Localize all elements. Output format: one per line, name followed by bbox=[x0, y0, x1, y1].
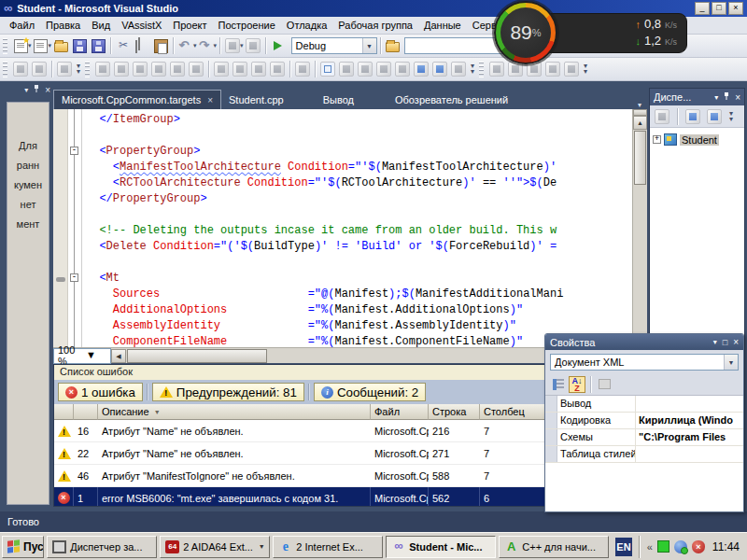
toolbar-grip[interactable] bbox=[85, 62, 90, 77]
toolbar-grip[interactable] bbox=[3, 38, 7, 54]
toolbar-overflow-button[interactable]: ▾▾ bbox=[77, 63, 79, 75]
categorized-button[interactable] bbox=[550, 376, 567, 393]
toolbar-button[interactable] bbox=[432, 62, 447, 77]
scroll-up-icon[interactable]: ▲ bbox=[633, 116, 647, 130]
toolbar-button[interactable] bbox=[95, 62, 110, 77]
copy-button[interactable] bbox=[134, 38, 150, 54]
chevron-down-icon[interactable]: ▼ bbox=[82, 349, 110, 363]
properties-button[interactable] bbox=[655, 109, 669, 124]
menu-VAssistX[interactable]: VAssistX bbox=[116, 18, 167, 33]
pin-icon[interactable] bbox=[33, 84, 40, 95]
toolbar-button[interactable] bbox=[170, 62, 185, 77]
close-button[interactable]: × bbox=[728, 2, 743, 15]
property-pages-button[interactable] bbox=[596, 376, 613, 393]
chevron-down-icon[interactable]: ▾ bbox=[28, 42, 32, 49]
tray-expand-icon[interactable]: « bbox=[647, 541, 653, 553]
properties-title-bar[interactable]: Свойства ▾ □ × bbox=[545, 334, 743, 350]
panel-menu-chevron-icon[interactable]: ▾ bbox=[24, 86, 28, 94]
start-button[interactable]: Пуск bbox=[2, 536, 44, 558]
tray-firewall-icon[interactable] bbox=[674, 540, 687, 553]
open-file-button[interactable] bbox=[52, 38, 69, 54]
column-header-Файл[interactable]: Файл bbox=[371, 404, 429, 420]
tree-item-student[interactable]: + Student bbox=[653, 133, 741, 146]
maximize-icon[interactable]: □ bbox=[723, 338, 727, 347]
toolbar-button[interactable] bbox=[545, 62, 560, 77]
toolbar-overflow-button[interactable]: ▾▾ bbox=[584, 63, 586, 75]
outlining-margin[interactable]: - - bbox=[68, 109, 81, 347]
property-row[interactable]: Вывод bbox=[545, 396, 743, 413]
toolbar-button[interactable] bbox=[414, 62, 429, 77]
task-visual-studio[interactable]: ∞Student - Mic... bbox=[386, 536, 496, 558]
menu-Правка[interactable]: Правка bbox=[40, 18, 86, 33]
add-item-button[interactable] bbox=[33, 38, 49, 54]
toolbar-button[interactable] bbox=[13, 62, 28, 77]
panel-menu-chevron-icon[interactable]: ▾ bbox=[713, 338, 717, 346]
zoom-combo[interactable]: 100 %▼ bbox=[53, 348, 111, 364]
tab-Student.cpp[interactable]: Student.cpp bbox=[221, 90, 291, 109]
task-internet-explorer[interactable]: e2 Internet Ex... bbox=[273, 536, 383, 558]
toolbar-button[interactable] bbox=[395, 62, 410, 77]
language-indicator[interactable]: EN bbox=[615, 538, 631, 556]
tab-Microsoft.CppCommon.targets[interactable]: Microsoft.CppCommon.targets× bbox=[53, 90, 221, 109]
tab-scroll-chevron-icon[interactable]: ▾ bbox=[638, 101, 647, 109]
toolbar-grip[interactable] bbox=[479, 62, 484, 77]
property-row[interactable]: КодировкаКириллица (Windo bbox=[545, 413, 743, 429]
alphabetical-sort-button[interactable]: A↓Z bbox=[569, 376, 585, 393]
save-all-button[interactable] bbox=[90, 38, 106, 54]
code-editor[interactable]: - - </ItemGroup> <PropertyGroup> <Manife… bbox=[53, 109, 647, 347]
task-cpp-book[interactable]: AC++ для начи... bbox=[499, 536, 609, 558]
toolbar-overflow-button[interactable]: ▾▾ bbox=[729, 111, 732, 122]
chevron-down-icon[interactable]: ▼ bbox=[724, 355, 738, 370]
filter-warning-button[interactable]: Предупреждений: 81 bbox=[152, 383, 304, 401]
toolbar-button[interactable] bbox=[376, 62, 391, 77]
menu-Построение[interactable]: Построение bbox=[213, 18, 281, 33]
toolbar-button[interactable] bbox=[57, 62, 72, 77]
menu-Файл[interactable]: Файл bbox=[4, 18, 40, 33]
chevron-down-icon[interactable]: ▾ bbox=[214, 42, 218, 49]
task-task-manager[interactable]: Диспетчер за... bbox=[47, 536, 157, 558]
tab-Обозреватель решений[interactable]: Обозреватель решений bbox=[388, 90, 515, 109]
close-icon[interactable]: × bbox=[45, 85, 50, 95]
toolbar-button[interactable] bbox=[339, 62, 354, 77]
toolbar-button[interactable] bbox=[270, 62, 285, 77]
chevron-down-icon[interactable]: ▾ bbox=[49, 42, 52, 49]
restore-button[interactable]: □ bbox=[712, 2, 726, 15]
start-debug-button[interactable] bbox=[270, 38, 287, 54]
indicator-margin[interactable] bbox=[53, 109, 68, 347]
chevron-down-icon[interactable]: ▾ bbox=[240, 42, 244, 49]
toolbar-button[interactable] bbox=[251, 62, 266, 77]
chevron-down-icon[interactable]: ▾ bbox=[193, 42, 197, 49]
split-handle[interactable] bbox=[633, 109, 647, 116]
toolbar-button[interactable] bbox=[564, 62, 579, 77]
column-header-Описание[interactable]: Описание▼ bbox=[98, 404, 371, 420]
vertical-scrollbar[interactable]: ▲ ▼ bbox=[632, 109, 647, 347]
filter-error-button[interactable]: ×1 ошибка bbox=[58, 383, 143, 401]
toolbar-button[interactable] bbox=[320, 62, 335, 77]
scroll-left-icon[interactable]: ◀ bbox=[111, 349, 126, 363]
add-connection-button[interactable] bbox=[685, 109, 700, 124]
column-header-Строка[interactable]: Строка bbox=[429, 404, 480, 420]
scrollbar-thumb[interactable] bbox=[634, 131, 646, 185]
redo-button[interactable]: ↷ bbox=[198, 38, 215, 54]
object-selector-combo[interactable]: Документ XML ▼ bbox=[550, 354, 739, 371]
toolbar-button[interactable] bbox=[114, 62, 129, 77]
minimize-button[interactable]: _ bbox=[695, 2, 710, 15]
close-tab-icon[interactable]: × bbox=[207, 95, 213, 105]
solution-configurations-combo[interactable]: Debug▼ bbox=[291, 37, 377, 54]
filter-info-button[interactable]: iСообщений: 2 bbox=[314, 383, 426, 401]
tray-antivirus-icon[interactable]: × bbox=[692, 540, 705, 553]
close-icon[interactable]: × bbox=[733, 337, 739, 347]
code-text[interactable]: </ItemGroup> <PropertyGroup> <ManifestTo… bbox=[81, 109, 632, 347]
undo-button[interactable]: ↶ bbox=[177, 38, 194, 54]
toolbar-button[interactable] bbox=[32, 62, 47, 77]
menu-Данные[interactable]: Данные bbox=[418, 18, 467, 33]
toolbar-grip[interactable] bbox=[3, 62, 7, 77]
property-row[interactable]: Схемы"C:\Program Files bbox=[545, 429, 743, 446]
cut-button[interactable]: ✂ bbox=[115, 38, 132, 54]
menu-Рабочая группа[interactable]: Рабочая группа bbox=[332, 18, 418, 33]
toolbar-button[interactable] bbox=[451, 62, 466, 77]
new-project-button[interactable] bbox=[12, 38, 29, 54]
add-server-button[interactable] bbox=[707, 109, 722, 124]
toolbar-button[interactable] bbox=[489, 62, 504, 77]
toolbar-button[interactable] bbox=[295, 62, 310, 77]
